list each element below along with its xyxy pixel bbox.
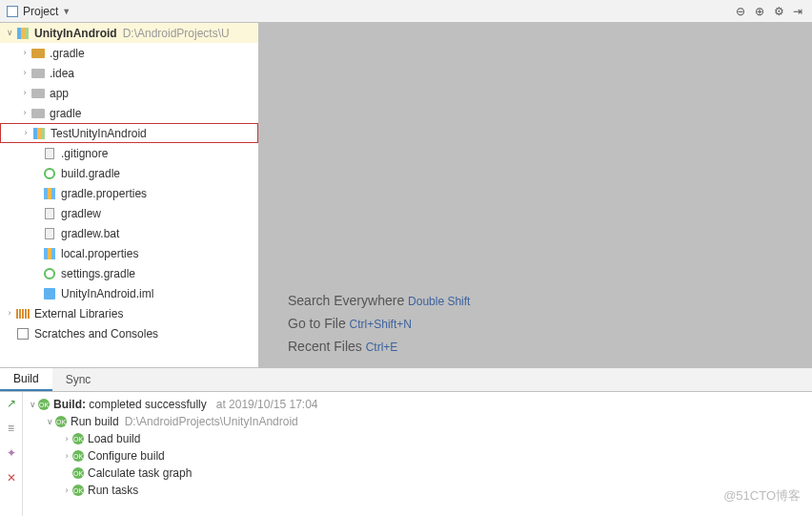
tree-item[interactable]: ›.idea <box>0 63 258 83</box>
gradle-icon <box>42 167 57 180</box>
tree-item-label: .gradle <box>50 47 85 60</box>
task-label: Run tasks <box>88 484 138 497</box>
tree-item[interactable]: ›settings.gradle <box>0 263 258 283</box>
tree-root-label: UnityInAndroid <box>34 27 117 40</box>
close-icon[interactable]: ✕ <box>4 470 19 485</box>
tree-item-label: UnityInAndroid.iml <box>61 287 153 300</box>
tab-sync[interactable]: Sync <box>52 368 105 391</box>
build-tree[interactable]: ∨ OK Build: completed successfully at 20… <box>23 392 812 516</box>
scratch-icon <box>15 327 30 341</box>
gear-icon[interactable]: ⚙ <box>770 3 787 20</box>
external-libraries[interactable]: › External Libraries <box>0 303 258 323</box>
chevron-right-icon[interactable]: › <box>19 109 30 117</box>
ok-icon: OK <box>38 399 50 410</box>
ok-icon: OK <box>72 485 84 496</box>
folder-open <box>30 47 46 60</box>
tree-item-label: .gitignore <box>61 147 108 160</box>
build-header: Build Sync <box>0 367 812 392</box>
chevron-down-icon[interactable]: ∨ <box>4 29 15 37</box>
build-task-row[interactable]: ›OKConfigure build <box>23 447 812 464</box>
build-time: at 2019/10/15 17:04 <box>216 398 318 411</box>
tree-item[interactable]: ›gradle <box>0 103 258 123</box>
library-icon <box>15 307 30 320</box>
tree-root-path: D:\AndroidProjects\U <box>123 27 230 40</box>
tree-root[interactable]: ∨ UnityInAndroid D:\AndroidProjects\U <box>0 23 258 43</box>
filter-icon[interactable]: ≡ <box>4 421 19 436</box>
tree-item[interactable]: ›.gradle <box>0 43 258 63</box>
editor-hint: Go to File Ctrl+Shift+N <box>288 316 812 331</box>
build-path: D:\AndroidProjects\UnityInAndroid <box>125 415 298 428</box>
chevron-right-icon[interactable]: › <box>61 486 72 495</box>
folder-closed <box>30 87 46 100</box>
chevron-right-icon[interactable]: › <box>61 452 72 461</box>
project-icon <box>6 5 19 18</box>
tree-item-label: app <box>50 87 69 100</box>
tree-item[interactable]: ›app <box>0 83 258 103</box>
build-sidebar: ↗ ≡ ✦ ✕ <box>0 392 23 516</box>
shortcut-key: Double Shift <box>408 295 470 308</box>
task-label: Load build <box>88 432 140 445</box>
shortcut-key: Ctrl+E <box>366 341 398 354</box>
module-icon <box>15 27 30 40</box>
tree-item-label: gradle.properties <box>61 187 147 200</box>
build-task-row[interactable]: ›OKLoad build <box>23 430 812 447</box>
file-icon <box>42 227 57 240</box>
chevron-down-icon[interactable]: ∨ <box>27 401 38 409</box>
build-task-row[interactable]: ›OKRun tasks <box>23 482 812 499</box>
rerun-icon[interactable]: ↗ <box>4 396 19 411</box>
collapse-all-icon[interactable]: ⊖ <box>732 3 749 20</box>
project-toolbar: Project ▼ ⊖ ⊕ ⚙ ⇥ <box>0 0 812 23</box>
tab-build[interactable]: Build <box>0 368 52 391</box>
tree-item-label: gradlew <box>61 207 101 220</box>
chevron-right-icon[interactable]: › <box>61 435 72 444</box>
tree-item-label: build.gradle <box>61 167 120 180</box>
chevron-right-icon[interactable]: › <box>19 49 30 57</box>
build-panel: ↗ ≡ ✦ ✕ ∨ OK Build: completed successful… <box>0 392 812 516</box>
ok-icon: OK <box>72 467 84 479</box>
folder-closed <box>30 67 46 80</box>
ok-icon: OK <box>55 416 67 427</box>
chevron-right-icon[interactable]: › <box>20 129 31 137</box>
main-area: ∨ UnityInAndroid D:\AndroidProjects\U ›.… <box>0 23 812 367</box>
tree-item[interactable]: ›UnityInAndroid.iml <box>0 283 258 303</box>
chevron-down-icon[interactable]: ∨ <box>44 418 55 426</box>
shortcut-key: Ctrl+Shift+N <box>350 318 412 331</box>
scratches-consoles[interactable]: Scratches and Consoles <box>0 323 258 343</box>
tree-item-label: settings.gradle <box>61 267 135 280</box>
tree-item-label: local.properties <box>61 247 138 260</box>
task-label: Calculate task graph <box>88 466 192 480</box>
iml-icon <box>42 287 57 300</box>
editor-hint: Search Everywhere Double Shift <box>288 293 812 308</box>
watermark: @51CTO博客 <box>723 487 801 505</box>
chevron-right-icon[interactable]: › <box>19 89 30 97</box>
run-build-row[interactable]: ∨ OK Run build D:\AndroidProjects\UnityI… <box>23 413 812 430</box>
pin-icon[interactable]: ✦ <box>4 445 19 461</box>
build-root-row[interactable]: ∨ OK Build: completed successfully at 20… <box>23 396 812 413</box>
tree-item[interactable]: ›.gitignore <box>0 143 258 163</box>
gradle-icon <box>42 267 57 280</box>
locate-icon[interactable]: ⊕ <box>751 3 768 20</box>
tree-item[interactable]: ›gradle.properties <box>0 183 258 203</box>
tree-item[interactable]: ›build.gradle <box>0 163 258 183</box>
project-dropdown[interactable]: Project <box>23 5 58 18</box>
hide-icon[interactable]: ⇥ <box>789 3 806 20</box>
folder-closed <box>30 107 46 120</box>
ok-icon: OK <box>72 433 84 444</box>
build-task-row[interactable]: ›OKCalculate task graph <box>23 464 812 482</box>
tree-item[interactable]: ›local.properties <box>0 243 258 263</box>
chevron-right-icon[interactable]: › <box>4 309 15 318</box>
task-label: Configure build <box>88 449 165 463</box>
module-icon <box>31 127 47 140</box>
editor-hint: Recent Files Ctrl+E <box>288 339 812 354</box>
chevron-right-icon[interactable]: › <box>19 69 30 77</box>
tree-item-label: gradle <box>50 107 81 120</box>
project-tree[interactable]: ∨ UnityInAndroid D:\AndroidProjects\U ›.… <box>0 23 259 367</box>
tree-item[interactable]: ›TestUnityInAndroid <box>0 123 258 143</box>
chevron-down-icon[interactable]: ▼ <box>62 7 71 16</box>
tree-item[interactable]: ›gradlew <box>0 203 258 223</box>
prop-icon <box>42 247 57 260</box>
ok-icon: OK <box>72 450 84 462</box>
tree-item[interactable]: ›gradlew.bat <box>0 223 258 243</box>
file-icon <box>42 147 57 160</box>
tree-item-label: gradlew.bat <box>61 227 119 240</box>
